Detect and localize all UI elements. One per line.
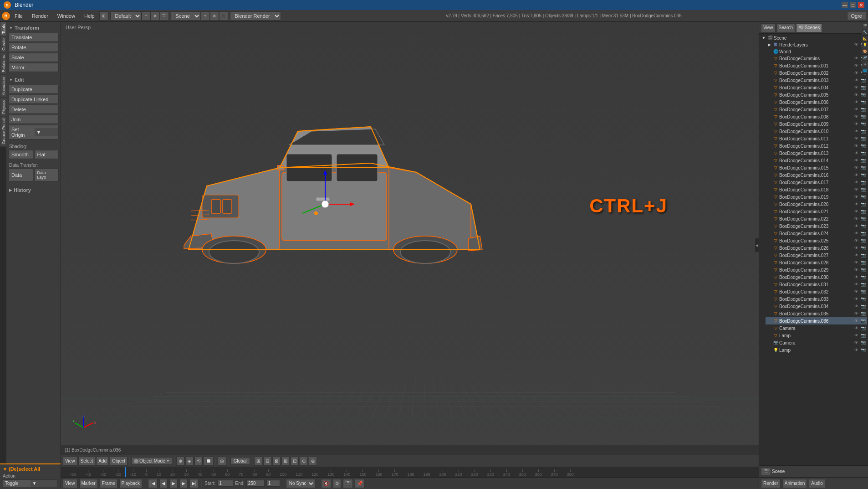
frame-btn[interactable]: Frame <box>100 479 117 488</box>
obj-eye-28[interactable]: 👁 <box>853 259 859 266</box>
rotate-btn[interactable]: Rotate <box>8 43 59 52</box>
obj-eye-25[interactable]: 👁 <box>853 237 859 244</box>
view-layout-select[interactable]: Default <box>110 11 142 21</box>
obj-eye-15[interactable]: 👁 <box>853 165 859 171</box>
audio-mute-btn[interactable]: 🔇 <box>321 479 331 488</box>
timeline-ruler-area[interactable]: -50 -40 -30 -20 -10 0 10 20 30 40 50 60 <box>61 467 759 477</box>
add-btn[interactable]: Add <box>96 457 109 466</box>
global-btn[interactable]: Global <box>230 457 250 465</box>
grid-btn-5[interactable]: ⊡ <box>291 457 299 466</box>
vtab-relations[interactable]: Relations <box>0 53 6 75</box>
rvtab-6[interactable]: 🔗 <box>862 55 868 61</box>
icon-btn-3[interactable]: ✕ <box>151 11 160 21</box>
obj-eye-4[interactable]: 👁 <box>853 84 859 91</box>
grid-btn-6[interactable]: ⊙ <box>300 457 308 466</box>
rl-eye-btn[interactable]: 👁 <box>853 41 859 48</box>
menu-help[interactable]: Help <box>80 10 99 21</box>
fps-btn[interactable]: 🎬 <box>343 479 353 488</box>
object-row-23[interactable]: ▽BoxDodgeCummins.023👁📷 <box>766 222 867 230</box>
translate-btn[interactable]: Translate <box>8 33 59 42</box>
obj-eye-16[interactable]: 👁 <box>853 172 859 178</box>
obj-eye-18[interactable]: 👁 <box>853 186 859 193</box>
object-row-1[interactable]: ▽BoxDodgeCummins.001👁📷 <box>766 62 867 69</box>
minimize-btn[interactable]: — <box>842 2 848 8</box>
object-row-31[interactable]: ▽BoxDodgeCummins.031👁📷 <box>766 281 867 288</box>
collapse-arrow[interactable]: ◀ <box>755 238 759 252</box>
obj-eye-9[interactable]: 👁 <box>853 121 859 127</box>
mesh-btn[interactable]: ◈ <box>185 457 194 466</box>
object-row-38[interactable]: ▽Lamp👁📷 <box>766 332 867 339</box>
object-btn[interactable]: Object <box>110 457 128 466</box>
smooth-btn[interactable]: Smooth <box>8 150 33 159</box>
jump-end-btn[interactable]: ▶| <box>189 479 199 488</box>
object-row-6[interactable]: ▽BoxDodgeCummins.006👁📷 <box>766 98 867 106</box>
scene-select[interactable]: Scene <box>171 11 201 21</box>
object-row-0[interactable]: ▽BoxDodgeCummins👁📷 <box>766 55 867 62</box>
obj-eye-31[interactable]: 👁 <box>853 281 859 288</box>
object-row-8[interactable]: ▽BoxDodgeCummins.008👁📷 <box>766 113 867 120</box>
scene-icon[interactable]: 🎬 <box>160 11 169 21</box>
blender-menu-logo[interactable]: B <box>2 12 10 20</box>
icon-btn-2[interactable]: + <box>142 11 151 21</box>
obj-eye-12[interactable]: 👁 <box>853 143 859 149</box>
obj-eye-6[interactable]: 👁 <box>853 99 859 105</box>
obj-eye-38[interactable]: 👁 <box>853 332 859 339</box>
rvtab-5[interactable]: 🎨 <box>862 48 868 55</box>
history-header[interactable]: ▶ History <box>8 186 59 194</box>
manip-btn[interactable]: ⟲ <box>194 457 203 466</box>
grid-btn-3[interactable]: ⊠ <box>272 457 281 466</box>
rvtab-8[interactable]: 🌐 <box>862 67 868 74</box>
object-row-28[interactable]: ▽BoxDodgeCummins.028👁📷 <box>766 259 867 266</box>
grid-btn-4[interactable]: ⊞ <box>281 457 290 466</box>
vtab-physics[interactable]: Physics <box>0 98 6 116</box>
obj-eye-32[interactable]: 👁 <box>853 288 859 295</box>
obj-eye-35[interactable]: 👁 <box>853 310 859 317</box>
object-row-11[interactable]: ▽BoxDodgeCummins.011👁📷 <box>766 135 867 142</box>
duplicate-linked-btn[interactable]: Duplicate Linked <box>8 95 59 104</box>
vtab-animation[interactable]: Animation <box>0 75 6 98</box>
animation-tab[interactable]: Animation <box>782 479 807 488</box>
render-engine-icon[interactable]: 🎥 <box>219 11 228 21</box>
obj-eye-7[interactable]: 👁 <box>853 106 859 113</box>
object-row-18[interactable]: ▽BoxDodgeCummins.018👁📷 <box>766 186 867 193</box>
camera-vis-btn[interactable]: 👁 <box>853 340 859 346</box>
object-row-20[interactable]: ▽BoxDodgeCummins.020👁📷 <box>766 201 867 208</box>
playhead[interactable] <box>125 467 126 477</box>
maximize-btn[interactable]: □ <box>850 2 856 8</box>
ogre-button[interactable]: Ogre <box>847 12 866 20</box>
obj-eye-29[interactable]: 👁 <box>853 267 859 273</box>
object-row-34[interactable]: ▽BoxDodgeCummins.034👁📷 <box>766 303 867 310</box>
start-frame-input[interactable] <box>217 480 233 487</box>
render-tab[interactable]: Render <box>761 479 781 488</box>
obj-eye-3[interactable]: 👁 <box>853 77 859 83</box>
view-timeline-btn[interactable]: View <box>63 479 77 488</box>
object-row-26[interactable]: ▽BoxDodgeCummins.026👁📷 <box>766 244 867 252</box>
grid-btn-1[interactable]: ⊞ <box>254 457 262 466</box>
view-tab-btn[interactable]: View <box>761 23 776 32</box>
cursor-btn[interactable]: ⊕ <box>176 457 184 466</box>
object-row-27[interactable]: ▽BoxDodgeCummins.027👁📷 <box>766 252 867 259</box>
vtab-create[interactable]: Create <box>0 36 6 53</box>
obj-eye-26[interactable]: 👁 <box>853 245 859 251</box>
rvtab-7[interactable]: ◈ <box>862 61 868 67</box>
world-row[interactable]: 🌐 World <box>766 48 867 55</box>
object-row-14[interactable]: ▽BoxDodgeCummins.014👁📷 <box>766 157 867 164</box>
obj-eye-27[interactable]: 👁 <box>853 252 859 258</box>
snap-btn[interactable]: 🔲 <box>204 457 214 466</box>
object-row-2[interactable]: ▽BoxDodgeCummins.002👁📷 <box>766 69 867 77</box>
transform-header[interactable]: ▼ Transform <box>8 24 59 32</box>
object-row-16[interactable]: ▽BoxDodgeCummins.016👁📷 <box>766 171 867 179</box>
object-row-22[interactable]: ▽BoxDodgeCummins.022👁📷 <box>766 215 867 222</box>
sync-select[interactable]: No Sync <box>286 479 315 488</box>
view-btn[interactable]: View <box>63 457 77 466</box>
grid-btn-2[interactable]: ⊟ <box>263 457 271 466</box>
object-row-32[interactable]: ▽BoxDodgeCummins.032👁📷 <box>766 288 867 295</box>
obj-eye-20[interactable]: 👁 <box>853 201 859 207</box>
object-row-3[interactable]: ▽BoxDodgeCummins.003👁📷 <box>766 77 867 84</box>
minus-icon[interactable]: ✕ <box>210 11 219 21</box>
object-row-10[interactable]: ▽BoxDodgeCummins.010👁📷 <box>766 128 867 135</box>
object-row-4[interactable]: ▽BoxDodgeCummins.004👁📷 <box>766 84 867 91</box>
obj-eye-0[interactable]: 👁 <box>853 55 859 62</box>
menu-render[interactable]: Render <box>27 10 53 21</box>
obj-eye-11[interactable]: 👁 <box>853 135 859 142</box>
